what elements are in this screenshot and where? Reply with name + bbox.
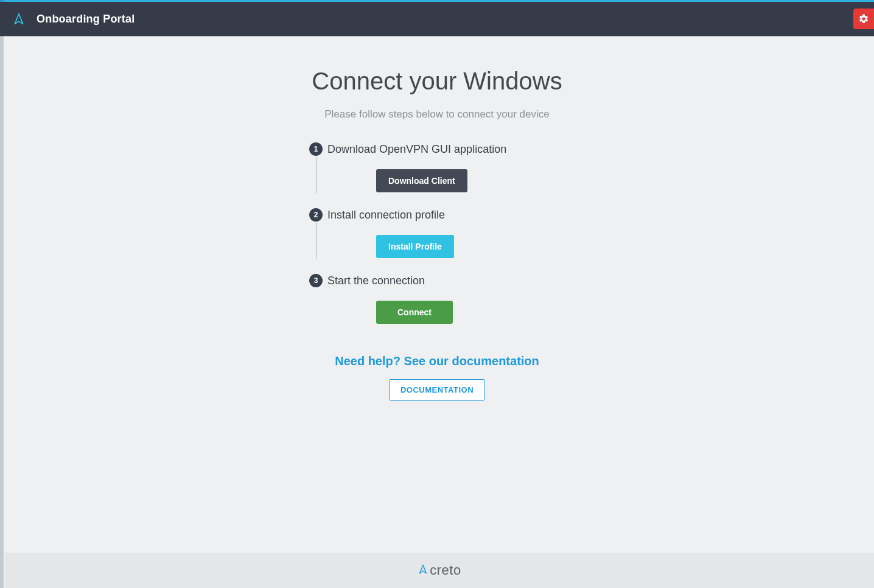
gear-icon (858, 13, 869, 24)
step-number: 2 (309, 208, 323, 222)
app-header: Onboarding Portal (0, 2, 874, 36)
help-title: Need help? See our documentation (335, 354, 539, 368)
settings-button[interactable] (853, 9, 874, 29)
step-number: 3 (309, 274, 323, 287)
app-title: Onboarding Portal (37, 13, 135, 26)
connect-button[interactable]: Connect (376, 301, 453, 324)
step-connector (316, 157, 316, 194)
step-download: 1 Download OpenVPN GUI application Downl… (309, 142, 565, 192)
footer-brand-text: creto (430, 562, 461, 578)
step-number: 1 (309, 142, 323, 156)
download-client-button[interactable]: Download Client (376, 169, 467, 192)
page-footer: creto (5, 553, 874, 588)
step-install-profile: 2 Install connection profile Install Pro… (309, 208, 565, 258)
footer-brand: creto (418, 562, 461, 578)
brand-logo-icon (12, 12, 26, 26)
step-label: Start the connection (327, 274, 565, 287)
help-block: Need help? See our documentation DOCUMEN… (335, 354, 539, 401)
step-label: Install connection profile (327, 208, 565, 222)
step-label: Download OpenVPN GUI application (327, 142, 565, 156)
page-subtitle: Please follow steps below to connect you… (324, 108, 549, 121)
steps-list: 1 Download OpenVPN GUI application Downl… (309, 142, 565, 340)
brand-logo-icon (418, 562, 428, 578)
step-connect: 3 Start the connection Connect (309, 274, 565, 324)
page-title: Connect your Windows (312, 68, 562, 95)
documentation-button[interactable]: DOCUMENTATION (389, 379, 485, 401)
step-connector (316, 223, 316, 259)
install-profile-button[interactable]: Install Profile (376, 235, 454, 258)
main-content: Connect your Windows Please follow steps… (0, 37, 874, 401)
